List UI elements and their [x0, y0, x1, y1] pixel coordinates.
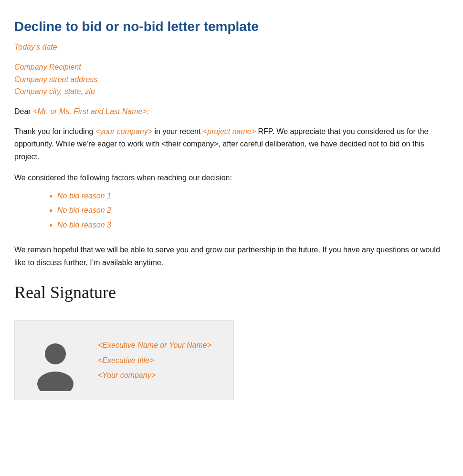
closing-paragraph: We remain hopeful that we will be able t… — [14, 244, 449, 269]
reason-item-3: No bid reason 3 — [57, 218, 449, 232]
company-street: Company street address — [14, 73, 449, 86]
address-block: Company Recipient Company street address… — [14, 61, 449, 98]
reason-item-1: No bid reason 1 — [57, 189, 449, 203]
page-title: Decline to bid or no-bid letter template — [14, 19, 449, 34]
factors-intro: We considered the following factors when… — [14, 174, 449, 182]
company-recipient: Company Recipient — [14, 61, 449, 73]
body1-your-company: <your company> — [95, 127, 152, 135]
salutation-prefix: Dear — [14, 107, 33, 115]
svg-point-1 — [37, 372, 74, 391]
contact-company: <Your company> — [98, 369, 211, 382]
contact-name: <Executive Name or Your Name> — [98, 339, 211, 352]
reason-item-2: No bid reason 2 — [57, 203, 449, 217]
svg-point-0 — [45, 343, 66, 364]
signature-area: Real Signature — [14, 282, 449, 303]
company-city: Company city, state, zip — [14, 85, 449, 98]
body-paragraph-1: Thank you for including <your company> i… — [14, 125, 449, 163]
body1-before-company: Thank you for including — [14, 127, 95, 135]
salutation: Dear <Mr. or Ms. First and Last Name>: — [14, 107, 449, 116]
signature: Real Signature — [14, 282, 449, 303]
reasons-list: No bid reason 1 No bid reason 2 No bid r… — [14, 189, 449, 232]
contact-card: <Executive Name or Your Name> <Executive… — [14, 320, 234, 400]
contact-title: <Executive title> — [98, 354, 211, 367]
body1-middle1: in your recent — [152, 127, 203, 135]
salutation-name: <Mr. or Ms. First and Last Name>: — [33, 107, 149, 115]
date-line: Today's date — [14, 43, 449, 52]
body1-project-name: <project name> — [203, 127, 256, 135]
contact-info: <Executive Name or Your Name> <Executive… — [98, 339, 211, 382]
avatar — [24, 329, 86, 391]
